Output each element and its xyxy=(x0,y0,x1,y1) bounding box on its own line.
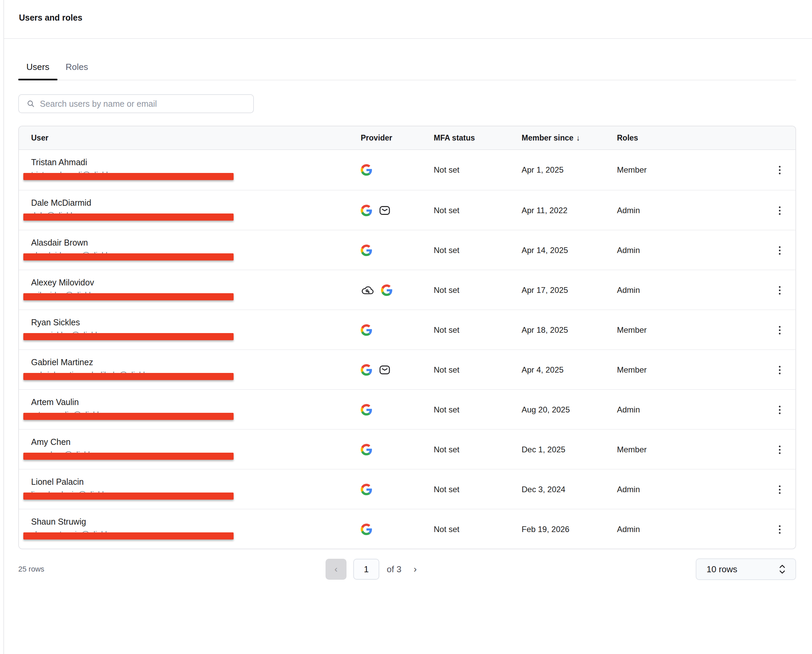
provider-icons xyxy=(361,524,434,535)
mfa-status: Not set xyxy=(434,246,522,255)
pagination: ‹ 1 of 3 › xyxy=(326,559,420,580)
provider-icons xyxy=(361,204,434,217)
user-cell: Lionel Palacin lionel.palacin@clickhouse… xyxy=(19,469,361,509)
member-since: Apr 14, 2025 xyxy=(522,246,617,255)
google-icon xyxy=(361,484,372,495)
cloud-key-icon xyxy=(361,284,375,296)
mfa-status: Not set xyxy=(434,405,522,414)
provider-icons xyxy=(361,484,434,495)
user-role: Admin xyxy=(617,246,775,255)
table-row: Ryan Sickles ryansickles@clickhouse.com … xyxy=(19,309,795,349)
tab-roles[interactable]: Roles xyxy=(57,54,96,80)
google-icon xyxy=(361,444,372,455)
tab-users-label: Users xyxy=(26,62,49,72)
email-redaction-bar xyxy=(23,532,234,539)
member-since: Dec 3, 2024 xyxy=(522,485,617,494)
mfa-status: Not set xyxy=(434,165,522,175)
row-actions-kebab-button[interactable] xyxy=(775,362,784,378)
user-name: Tristan Ahmadi xyxy=(31,157,361,168)
page-title: Users and roles xyxy=(19,13,83,23)
user-cell: Alasdair Brown alasdairbrown@clickhouse.… xyxy=(19,231,361,270)
user-cell: Amy Chen amychen@clickhouse.com xyxy=(19,430,361,469)
email-redaction-bar xyxy=(23,413,234,420)
user-name: Alasdair Brown xyxy=(31,237,361,248)
user-name: Lionel Palacin xyxy=(31,476,361,487)
user-name: Amy Chen xyxy=(31,437,361,447)
email-redaction-bar xyxy=(23,373,234,380)
user-role: Member xyxy=(617,365,775,374)
row-actions-kebab-button[interactable] xyxy=(775,203,784,218)
table-row: Artem Vaulin artemvaulin@clickhouse.com … xyxy=(19,389,795,429)
email-redaction-bar xyxy=(23,214,234,221)
table-row: Lionel Palacin lionel.palacin@clickhouse… xyxy=(19,469,795,509)
table-row: Amy Chen amychen@clickhouse.com Not set … xyxy=(19,429,795,469)
user-search-box xyxy=(18,94,254,113)
mfa-status: Not set xyxy=(434,525,522,534)
mfa-status: Not set xyxy=(434,365,522,374)
column-header-roles: Roles xyxy=(617,133,775,142)
user-cell: Alexey Milovidov milovidov@clickhouse.co… xyxy=(19,270,361,310)
row-actions-kebab-button[interactable] xyxy=(775,482,784,497)
member-since: Apr 11, 2022 xyxy=(522,206,617,215)
page-size-select[interactable]: 10 rows xyxy=(696,558,796,580)
user-role: Admin xyxy=(617,485,775,494)
table-row: Gabriel Martinez gabrielmartinez.dudikul… xyxy=(19,349,795,389)
users-table: User Provider MFA status Member since↓ R… xyxy=(18,126,796,549)
user-cell: Artem Vaulin artemvaulin@clickhouse.com xyxy=(19,390,361,430)
mfa-status: Not set xyxy=(434,206,522,215)
envelope-icon xyxy=(378,364,391,376)
row-actions-kebab-button[interactable] xyxy=(775,442,784,457)
table-row: Dale McDiarmid dale@clickhouse.com Not s… xyxy=(19,190,795,230)
table-row: Alexey Milovidov milovidov@clickhouse.co… xyxy=(19,270,795,309)
table-row: Tristan Ahmadi tristan.ahmadi@clickhouse… xyxy=(19,150,795,190)
select-updown-chevrons-icon xyxy=(778,564,787,575)
member-since: Apr 18, 2025 xyxy=(522,325,617,335)
provider-icons xyxy=(361,244,434,256)
user-cell: Dale McDiarmid dale@clickhouse.com xyxy=(19,191,361,231)
previous-page-button[interactable]: ‹ xyxy=(326,559,346,580)
user-cell: Shaun Struwig shaun.struwig@clickhouse.c… xyxy=(19,509,361,549)
user-role: Admin xyxy=(617,405,775,414)
tab-roles-label: Roles xyxy=(66,62,88,72)
email-redaction-bar xyxy=(23,254,234,260)
user-cell: Ryan Sickles ryansickles@clickhouse.com xyxy=(19,310,361,350)
google-icon xyxy=(361,404,372,416)
user-role: Member xyxy=(617,325,775,335)
row-actions-kebab-button[interactable] xyxy=(775,322,784,338)
mfa-status: Not set xyxy=(434,485,522,494)
row-actions-kebab-button[interactable] xyxy=(775,283,784,298)
provider-icons xyxy=(361,444,434,455)
email-redaction-bar xyxy=(23,453,234,460)
provider-icons xyxy=(361,284,434,296)
member-since: Dec 1, 2025 xyxy=(522,445,617,454)
user-cell: Tristan Ahmadi tristan.ahmadi@clickhouse… xyxy=(19,150,361,190)
google-icon xyxy=(361,524,372,535)
user-name: Artem Vaulin xyxy=(31,397,361,407)
user-role: Admin xyxy=(617,286,775,295)
column-header-member-since[interactable]: Member since↓ xyxy=(522,133,617,142)
table-row: Alasdair Brown alasdairbrown@clickhouse.… xyxy=(19,230,795,270)
provider-icons xyxy=(361,364,434,376)
current-page-number: 1 xyxy=(364,564,368,575)
title-bar: Users and roles xyxy=(4,0,812,39)
row-actions-kebab-button[interactable] xyxy=(775,162,784,178)
mfa-status: Not set xyxy=(434,286,522,295)
row-actions-kebab-button[interactable] xyxy=(775,522,784,537)
user-name: Dale McDiarmid xyxy=(31,197,361,208)
search-input[interactable] xyxy=(40,99,248,109)
column-header-provider: Provider xyxy=(361,133,434,142)
tab-users[interactable]: Users xyxy=(18,54,57,80)
next-page-button[interactable]: › xyxy=(410,561,420,577)
column-header-mfa-status: MFA status xyxy=(434,133,522,142)
google-icon xyxy=(381,284,392,296)
users-and-roles-page: Users and roles Users Roles User Provide… xyxy=(0,0,812,654)
user-cell: Gabriel Martinez gabrielmartinez.dudikul… xyxy=(19,350,361,390)
member-since: Apr 4, 2025 xyxy=(522,365,617,374)
current-page-box[interactable]: 1 xyxy=(353,559,379,580)
user-name: Alexey Milovidov xyxy=(31,277,361,288)
email-redaction-bar xyxy=(23,333,234,340)
member-since: Feb 19, 2026 xyxy=(522,525,617,534)
row-actions-kebab-button[interactable] xyxy=(775,243,784,258)
user-role: Member xyxy=(617,445,775,454)
row-actions-kebab-button[interactable] xyxy=(775,402,784,417)
